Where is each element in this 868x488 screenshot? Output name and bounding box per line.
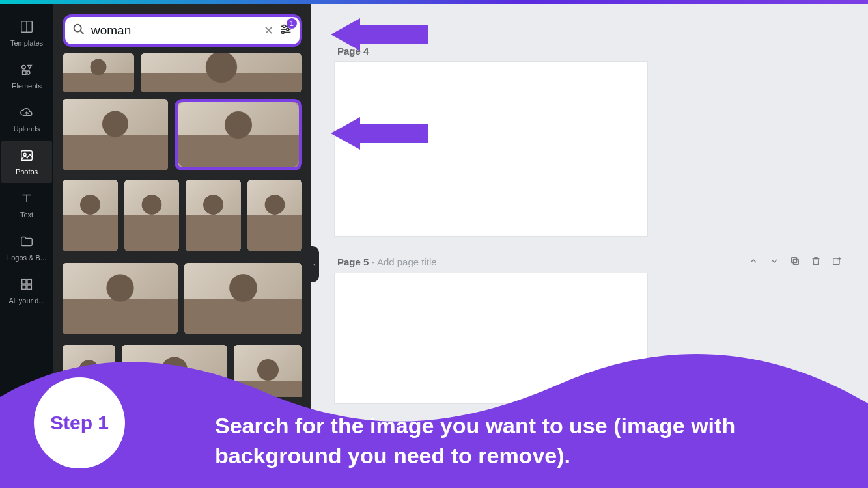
page-label: Page 5 bbox=[337, 256, 369, 267]
svg-rect-18 bbox=[793, 259, 798, 264]
cloud-upload-icon bbox=[20, 105, 34, 122]
sidebar-item-label: Uploads bbox=[14, 125, 40, 133]
page-title-placeholder: - Add page title bbox=[372, 256, 437, 267]
sidebar-item-all-designs[interactable]: All your d... bbox=[1, 269, 52, 312]
search-input[interactable] bbox=[91, 23, 259, 38]
search-box: ✕ 1 bbox=[63, 14, 302, 47]
sidebar-item-uploads[interactable]: Uploads bbox=[1, 98, 52, 141]
step-label: Step 1 bbox=[50, 412, 109, 434]
svg-rect-3 bbox=[23, 71, 27, 75]
sidebar-item-label: Text bbox=[20, 211, 33, 219]
hint-arrow-search bbox=[331, 18, 428, 51]
photo-thumb[interactable] bbox=[63, 263, 178, 334]
page-add-icon[interactable] bbox=[832, 256, 842, 268]
photo-thumb[interactable] bbox=[63, 99, 168, 170]
hint-arrow-photo bbox=[331, 117, 428, 150]
svg-rect-6 bbox=[22, 280, 26, 284]
panel-collapse-handle[interactable]: ‹ bbox=[310, 246, 319, 282]
clear-search-icon[interactable]: ✕ bbox=[264, 23, 273, 38]
page-move-up-icon[interactable] bbox=[748, 256, 759, 268]
photo-thumb[interactable] bbox=[184, 263, 302, 334]
sidebar-item-label: Templates bbox=[10, 39, 43, 47]
svg-point-13 bbox=[283, 25, 285, 28]
page-move-down-icon[interactable] bbox=[769, 256, 779, 268]
photo-thumb-selected[interactable] bbox=[175, 99, 302, 170]
filter-button[interactable]: 1 bbox=[279, 22, 293, 39]
svg-rect-7 bbox=[27, 280, 31, 284]
photo-thumb[interactable] bbox=[124, 180, 180, 251]
sidebar-item-photos[interactable]: Photos bbox=[1, 141, 52, 183]
sidebar-item-templates[interactable]: Templates bbox=[1, 12, 52, 55]
sidebar-item-label: Photos bbox=[16, 168, 38, 176]
photos-icon bbox=[20, 148, 34, 165]
svg-rect-9 bbox=[27, 285, 31, 289]
svg-rect-20 bbox=[833, 258, 839, 264]
folder-icon bbox=[20, 234, 34, 251]
svg-rect-19 bbox=[792, 258, 797, 263]
step-badge: Step 1 bbox=[34, 377, 125, 468]
svg-line-11 bbox=[81, 31, 84, 34]
photo-thumb[interactable] bbox=[63, 53, 134, 92]
text-icon bbox=[20, 191, 34, 208]
step-instruction: Search for the image you want to use (im… bbox=[215, 411, 842, 471]
svg-rect-8 bbox=[22, 285, 26, 289]
sidebar-item-label: Elements bbox=[12, 82, 42, 90]
search-icon bbox=[72, 22, 86, 39]
svg-point-10 bbox=[74, 25, 81, 32]
svg-point-5 bbox=[23, 153, 26, 156]
page-delete-icon[interactable] bbox=[811, 256, 821, 268]
photo-thumb[interactable] bbox=[63, 180, 118, 251]
tutorial-footer: Step 1 Search for the image you want to … bbox=[0, 338, 868, 488]
photo-thumb[interactable] bbox=[141, 53, 302, 92]
templates-icon bbox=[20, 20, 34, 36]
sidebar-item-text[interactable]: Text bbox=[1, 183, 52, 226]
grid-icon bbox=[20, 277, 34, 293]
sidebar-item-label: Logos & B... bbox=[7, 254, 46, 262]
svg-point-17 bbox=[282, 31, 285, 34]
svg-point-2 bbox=[22, 66, 26, 70]
svg-point-15 bbox=[287, 28, 289, 31]
sidebar-item-logos[interactable]: Logos & B... bbox=[1, 226, 52, 269]
filter-badge: 1 bbox=[287, 18, 297, 29]
page-label-wrap[interactable]: Page 5 - Add page title bbox=[337, 256, 437, 267]
page-actions bbox=[748, 256, 842, 268]
page-duplicate-icon[interactable] bbox=[790, 256, 800, 268]
sidebar-item-elements[interactable]: Elements bbox=[1, 55, 52, 98]
photo-thumb[interactable] bbox=[186, 180, 241, 251]
photo-thumb[interactable] bbox=[247, 180, 303, 251]
sidebar-item-label: All your d... bbox=[8, 297, 44, 305]
elements-icon bbox=[20, 62, 34, 79]
